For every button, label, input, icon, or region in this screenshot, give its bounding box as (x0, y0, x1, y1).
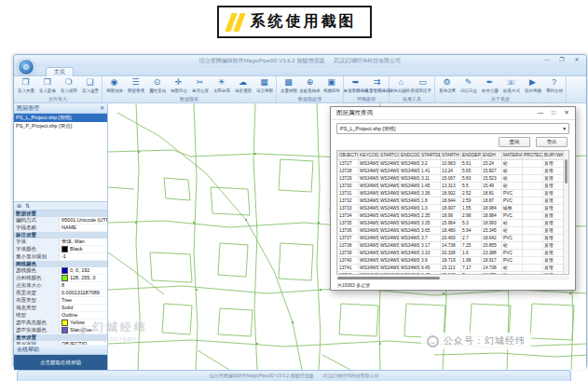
table-row[interactable]: 13738WS34WS…WS34WS…WS34WS…3.1714.7387.25… (338, 241, 564, 249)
ribbon-button-coord-transform[interactable]: ⊕坐标系转换 (299, 77, 321, 96)
sort-az-icon[interactable]: ⇅ (25, 202, 30, 210)
table-row[interactable]: 13732WS34WS…WS34WS…WS34WS…1.818.6442.591… (338, 197, 564, 204)
background-window-titlebar[interactable]: 综合管网编辑软件MagicPipe3D V3.6.2 旗舰增强版 武汉幻城经纬科… (17, 370, 571, 381)
app-logo-icon[interactable]: ◍ (18, 59, 34, 75)
layer-item[interactable]: PS_P_Project.shp [管点] (14, 122, 107, 130)
categorize-icon[interactable]: ⊞ (17, 202, 21, 210)
ribbon-button-import-vector[interactable]: ❐导入矢量 (15, 77, 36, 96)
table-row[interactable]: 13728WS34WS…WS34WS…WS34WS…1.4113.245.651… (338, 167, 564, 174)
layer-item[interactable]: PS_L_Project.shp [管线] (14, 114, 107, 122)
property-row[interactable]: 点实体大小8 (14, 282, 107, 290)
table-cell: 13732 (338, 197, 359, 204)
column-header[interactable]: KEYCODE (359, 151, 379, 159)
ribbon-button-layer-manager[interactable]: ☰图层管理 (125, 77, 146, 96)
table-cell: 1.55 (461, 204, 482, 211)
property-row[interactable]: 点和线颜色128, 255, 0 (14, 275, 107, 282)
table-row[interactable]: 13730WS34WS…WS34WS…WS34WS…1.4513.3135.51… (338, 182, 564, 189)
ribbon-button-import-image[interactable]: ❒导入影像 (36, 77, 58, 96)
table-row[interactable]: 13733WS34WS…WS34WS…WS34WS…1.318.9071.551… (338, 204, 564, 211)
account-logo-icon (427, 335, 439, 347)
table-row[interactable]: 13734WS34WS…WS34WS…WS34WS…2.3518.992.981… (338, 211, 564, 219)
property-row[interactable]: 填充类型Solid (14, 305, 107, 312)
dialog-maximize-button[interactable]: □ (547, 107, 560, 118)
column-header[interactable]: MATERIAL (502, 151, 523, 159)
horizontal-scrollbar-thumb[interactable] (337, 277, 440, 279)
column-header[interactable]: STARTH (441, 151, 461, 159)
property-row[interactable]: 选中高亮颜色Yellow (14, 320, 107, 327)
horizontal-scrollbar[interactable] (336, 276, 569, 280)
table-row[interactable]: 13741WS34WS…WS34WS…WS34WS…6.4515.1137.17… (338, 264, 564, 271)
window-close-button[interactable]: ✕ (571, 56, 582, 64)
dialog-export-button[interactable]: 导出 (536, 137, 567, 147)
ribbon-button-batch-pipe-model[interactable]: ⇉批量管网建模 (366, 77, 388, 96)
dialog-query-button[interactable]: 查询 (499, 137, 530, 147)
table-row[interactable]: 13736WS34WS…WS34WS…WS34WS…3.6518.4805.94… (338, 226, 564, 234)
window-maximize-button[interactable]: ❐ (556, 56, 567, 64)
column-header[interactable]: STARTDEPTH (420, 151, 441, 159)
ribbon-button-single-pipe-model[interactable]: ➥单项管网建模 (345, 77, 366, 96)
table-row[interactable]: 13739WS34WS…WS34WS…WS34WS…3.3320.3381.62… (338, 249, 564, 256)
ribbon-button-video-playback[interactable]: ▣视频回放 (321, 77, 342, 96)
vertical-scrollbar[interactable] (563, 151, 568, 275)
property-row[interactable]: 字体颜色Black (14, 246, 107, 253)
table-row[interactable]: 13742WS34WS…WS34WS…WS34WS…3.4515.049716.… (338, 271, 564, 275)
column-header[interactable]: OBJECTID (338, 151, 359, 159)
ribbon-button-sunlight[interactable]: ☀太阳光照 (211, 77, 232, 96)
ribbon-button-model-flatten[interactable]: ▭模型压平 (412, 77, 433, 96)
column-header[interactable]: ENDH (482, 151, 502, 159)
table-cell (523, 234, 543, 241)
ribbon-button-system-settings[interactable]: ⚙系统设置 (436, 77, 458, 96)
ribbon-button-run-log[interactable]: ✎运行日志 (458, 77, 479, 96)
property-row[interactable]: 布置类型Tree (14, 297, 107, 305)
attribute-table: OBJECTIDKEYCODESTARTCODEENDCODESTARTDEPT… (337, 151, 564, 276)
column-header[interactable]: PROTECT (523, 151, 543, 159)
ribbon-button-terrain-transparent[interactable]: ☁地形透明 (232, 77, 253, 96)
table-row[interactable]: 13731WS34WS…WS34WS…WS34WS…3.3618.9022.52… (338, 189, 564, 197)
ribbon-button-import-scene[interactable]: ❏导入场景 (79, 77, 101, 96)
dialog-titlebar[interactable]: 图层属性查询 —□✕ (331, 107, 575, 120)
ribbon-button-building-postprocess[interactable]: ⌂建筑后期处理 (390, 77, 412, 96)
table-row[interactable]: 13729WS34WS…WS34WS…WS34WS…3.1115.0675.83… (338, 174, 564, 182)
ribbon-button-operation-video[interactable]: ▶操作视频 (522, 77, 543, 96)
table-row[interactable]: 13737WS34WS…WS34WS…WS34WS…3.720.4002.718… (338, 234, 564, 241)
tab-home[interactable]: 主页 (46, 67, 74, 76)
ribbon-button-import-model[interactable]: ❍导入模型 (58, 77, 79, 96)
table-row[interactable]: 13727WS34WS…WS34WS…WS34WS…3.210.9635.611… (338, 159, 564, 167)
window-titlebar[interactable]: 综合管网编辑软件MagicPipe3D V3.6.2 旗舰增强版武汉幻城经纬科技… (14, 55, 586, 67)
table-cell: 1.6 (461, 249, 482, 256)
help-panel-note[interactable]: 点击获取在线帮助 (14, 355, 107, 370)
property-row[interactable]: 选中实体颜色SlateBlue (14, 327, 107, 334)
layer-select-dropdown[interactable]: PS_L_Project.shp [管线] ▾ (336, 123, 569, 134)
ribbon-button-swipe-split[interactable]: ✂卷帘分屏 (189, 77, 211, 96)
property-row[interactable]: 最小显示级别-1 (14, 253, 107, 261)
vertical-scrollbar-thumb[interactable] (565, 159, 567, 184)
close-icon[interactable]: ✕ (100, 103, 104, 113)
ribbon-button-contact[interactable]: ☏联系方式 (500, 77, 522, 96)
ribbon-button-map-locate[interactable]: ✛地图定位 (168, 77, 189, 96)
dialog-close-button[interactable]: ✕ (560, 107, 573, 118)
property-row[interactable]: 选线颜色0, 0, 192 (14, 267, 107, 275)
ribbon-button-software-register[interactable]: ✒软件注册 (479, 77, 500, 96)
ribbon-button-batch-map[interactable]: ▩大量绑图 (278, 77, 299, 96)
ribbon-button-attribute-query[interactable]: ⊙属性查询 (146, 77, 168, 96)
column-header[interactable]: BURYWAY (543, 151, 564, 159)
property-row[interactable]: 字体宋体, Man (14, 238, 107, 246)
dialog-minimize-button[interactable]: — (534, 107, 547, 118)
ribbon-button-demo-view[interactable]: ▦演示视图 (253, 77, 275, 96)
column-header[interactable]: STARTCODE (379, 151, 400, 159)
table-cell: 13731 (338, 189, 359, 197)
window-minimize-button[interactable]: — (541, 56, 553, 64)
property-row[interactable]: 编码方式65001,Unicode (UTF-8) (14, 217, 107, 225)
table-row[interactable]: 13735WS34WS…WS34WS…WS34WS…3.3515.9645.31… (338, 219, 564, 226)
ribbon-button-help-doc[interactable]: ?帮助文档 (543, 77, 565, 96)
table-row[interactable]: 13740WS34WS…WS34WS…WS34WS…3.918.7191.981… (338, 256, 564, 264)
property-row[interactable]: 线型Outline (14, 312, 107, 320)
table-cell: 18.984 (482, 204, 502, 211)
ribbon-button-view-browse[interactable]: ◉视图浏览 (103, 77, 125, 96)
column-header[interactable]: ENDCODE (400, 151, 420, 159)
property-row[interactable]: 画宽设定0.000131187089 (14, 290, 107, 297)
ribbon-button-label: 太阳光照 (213, 88, 230, 92)
table-cell: WS34WS… (359, 249, 379, 256)
property-row[interactable]: 字段名称NAME (14, 225, 107, 232)
column-header[interactable]: ENDDEPTH (461, 151, 482, 159)
